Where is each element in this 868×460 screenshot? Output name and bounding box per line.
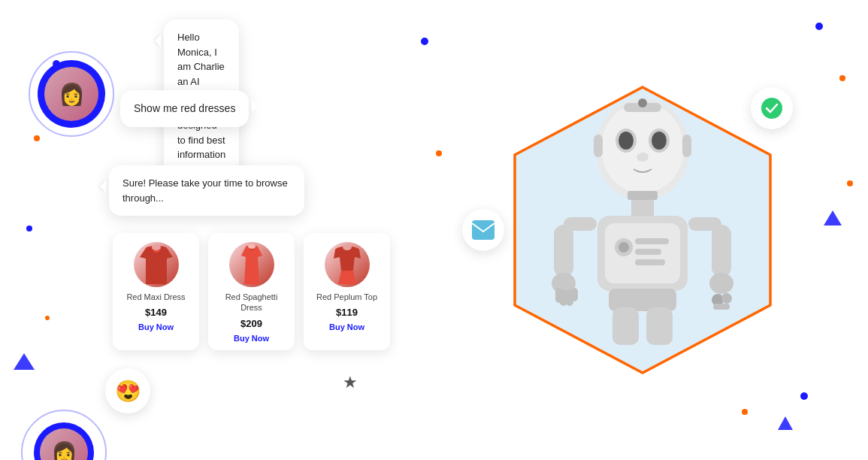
- svg-rect-39: [646, 307, 673, 345]
- svg-rect-11: [594, 135, 603, 157]
- svg-point-7: [618, 132, 634, 150]
- svg-point-5: [601, 103, 684, 193]
- buy-button-3[interactable]: Buy Now: [329, 322, 364, 331]
- svg-point-14: [638, 98, 647, 107]
- svg-rect-23: [635, 259, 665, 265]
- user-message-text: Show me red dresses: [134, 102, 235, 114]
- product-price-3: $119: [336, 307, 358, 318]
- user-message-bubble: Show me red dresses: [120, 90, 249, 127]
- emoji-reaction-bubble: 😍: [105, 368, 150, 413]
- svg-rect-25: [554, 225, 573, 277]
- product-name-2: Red Spaghetti Dress: [216, 292, 287, 313]
- svg-point-10: [637, 153, 649, 162]
- ai-response-text: Sure! Please take your time to browse th…: [122, 177, 288, 204]
- ai-response-bubble: Sure! Please take your time to browse th…: [109, 165, 304, 216]
- product-image-3: [325, 242, 370, 287]
- svg-point-0: [152, 244, 161, 250]
- product-price-1: $149: [145, 307, 167, 318]
- svg-rect-32: [712, 225, 731, 277]
- svg-point-35: [721, 293, 732, 304]
- svg-rect-36: [713, 304, 730, 310]
- robot-figure: [537, 97, 748, 363]
- product-card-2: Red Spaghetti Dress $209 Buy Now: [208, 233, 295, 350]
- svg-point-20: [618, 242, 629, 253]
- buy-button-1[interactable]: Buy Now: [138, 322, 174, 331]
- svg-rect-41: [472, 220, 494, 240]
- svg-point-2: [343, 244, 352, 250]
- product-name-1: Red Maxi Dress: [126, 292, 185, 302]
- svg-rect-30: [570, 288, 578, 301]
- emoji-reaction: 😍: [115, 379, 141, 404]
- right-panel: [417, 0, 868, 460]
- svg-point-9: [652, 132, 667, 150]
- product-image-2: [229, 242, 274, 287]
- svg-rect-21: [635, 238, 669, 244]
- buy-button-2[interactable]: Buy Now: [234, 334, 269, 343]
- hexagon-container: [485, 72, 800, 388]
- product-price-2: $209: [240, 318, 262, 329]
- avatar-image-bottom: 👩: [40, 428, 88, 460]
- svg-point-33: [709, 273, 733, 294]
- svg-rect-22: [635, 249, 661, 255]
- svg-rect-16: [628, 191, 658, 200]
- products-container: Red Maxi Dress $149 Buy Now Red Spaghett…: [113, 233, 390, 350]
- svg-point-40: [761, 98, 782, 119]
- svg-point-1: [248, 244, 256, 249]
- product-name-3: Red Peplum Top: [316, 292, 377, 302]
- product-image-1: [134, 242, 179, 287]
- check-badge: [751, 87, 793, 129]
- product-card-1: Red Maxi Dress $149 Buy Now: [113, 233, 199, 350]
- avatar-image-top: 👩: [44, 67, 98, 121]
- mail-badge: [462, 209, 504, 251]
- svg-rect-38: [612, 307, 639, 345]
- svg-rect-12: [682, 135, 691, 157]
- left-panel: Hello Monica, I am Charlie an AI Virtual…: [0, 0, 436, 460]
- product-card-3: Red Peplum Top $119 Buy Now: [304, 233, 390, 350]
